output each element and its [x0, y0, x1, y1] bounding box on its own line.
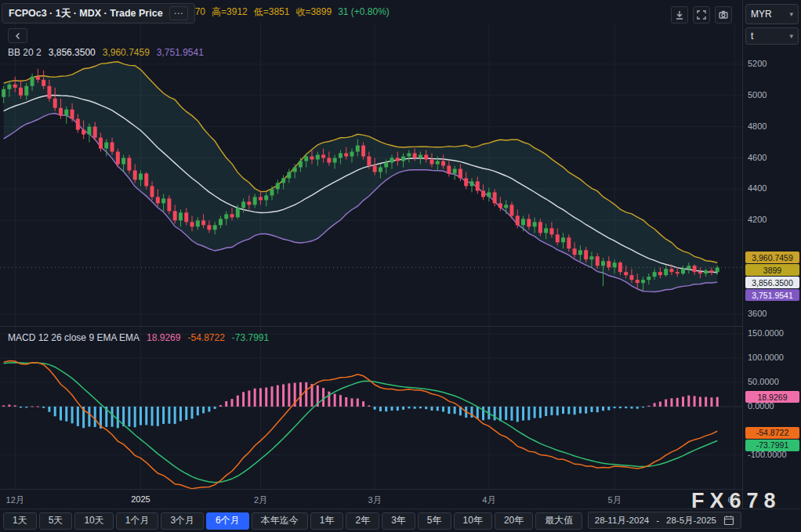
fullscreen-icon[interactable] [693, 6, 710, 24]
bb-upper-value: 3,960.7459 [103, 47, 150, 58]
calendar-icon[interactable] [723, 515, 734, 526]
range-button-8[interactable]: 2年 [346, 512, 379, 530]
price-axis-column[interactable]: MYR ▾ t ▾ 520050004800460044004200360015… [742, 0, 801, 508]
range-button-5[interactable]: 6个月 [206, 512, 249, 530]
symbol-title: FCPOc3 · 1天 · MDX · Trade Price [9, 7, 163, 20]
chevron-down-icon: ▾ [789, 10, 793, 18]
time-axis-label: 6月 [728, 494, 741, 506]
macd-hist-value: 18.9269 [147, 332, 180, 343]
camera-icon[interactable] [715, 6, 732, 24]
high-value: 高=3912 [212, 5, 248, 19]
range-button-13[interactable]: 最大值 [535, 512, 582, 530]
date-range-picker[interactable]: 28-11月-2024 - 28-5月-2025 [588, 512, 741, 529]
date-from: 28-11月-2024 [595, 515, 649, 527]
bb-basis-value: 3,856.3500 [49, 47, 96, 58]
macd-signal-badge: -73.7991 [745, 440, 799, 451]
download-icon[interactable] [671, 6, 688, 24]
range-button-4[interactable]: 3个月 [161, 512, 204, 530]
range-button-3[interactable]: 1个月 [116, 512, 159, 530]
price-tick: 5000 [748, 90, 767, 100]
bb-legend-title: BB 20 2 [8, 47, 42, 58]
macd-hist-badge: 18.9269 [745, 391, 799, 403]
time-axis-label: 2025 [131, 494, 150, 504]
bb-indicator-legend[interactable]: BB 20 2 3,856.3500 3,960.7459 3,751.9541 [8, 47, 204, 58]
close-value: 收=3899 [295, 5, 332, 19]
date-separator: - [656, 516, 659, 525]
time-axis-label: 5月 [608, 494, 622, 506]
unit-label: t [751, 31, 753, 42]
bb-lower-badge: 3,751.9541 [745, 289, 799, 301]
range-button-7[interactable]: 1年 [310, 512, 344, 530]
macd-line-badge: -54.8722 [745, 427, 799, 439]
range-button-0[interactable]: 1天 [3, 512, 37, 530]
time-axis-label: 4月 [482, 494, 495, 506]
range-button-10[interactable]: 5年 [418, 512, 451, 530]
macd-legend-title: MACD 12 26 close 9 EMA EMA [8, 332, 140, 343]
time-axis-label: 12月 [6, 494, 24, 506]
macd-tick: 100.0000 [748, 353, 784, 362]
macd-signal-value: -73.7991 [232, 332, 269, 343]
ellipsis-icon[interactable]: ⋯ [169, 6, 188, 20]
time-axis-label: 2月 [254, 494, 267, 506]
price-tick: 3600 [748, 309, 767, 318]
bb-basis-badge: 3,856.3500 [745, 277, 799, 288]
price-tick: 5200 [748, 59, 767, 68]
range-button-6[interactable]: 本年迄今 [252, 512, 308, 530]
macd-indicator-legend[interactable]: MACD 12 26 close 9 EMA EMA 18.9269 -54.8… [8, 332, 269, 343]
chart-header: FCPOc3 · 1天 · MDX · Trade Price ⋯ 870 高=… [0, 0, 742, 24]
currency-dropdown[interactable]: MYR ▾ [745, 4, 799, 24]
last-price-badge: 3899 [745, 264, 799, 276]
macd-line-value: -54.8722 [187, 332, 224, 343]
price-tick: 4400 [748, 183, 767, 193]
unit-dropdown[interactable]: t ▾ [745, 27, 799, 45]
range-button-9[interactable]: 3年 [382, 512, 415, 530]
range-button-11[interactable]: 10年 [454, 512, 492, 530]
range-button-1[interactable]: 5天 [39, 512, 73, 530]
time-axis-label: 3月 [368, 494, 382, 506]
chart-canvas[interactable] [0, 0, 742, 508]
price-tick: 4200 [748, 215, 767, 224]
header-icon-group [671, 6, 732, 24]
range-button-group: 1天5天10天1个月3个月6个月本年迄今1年2年3年5年10年20年最大值 [3, 512, 582, 530]
date-to: 28-5月-2025 [666, 515, 716, 527]
macd-tick: 150.0000 [748, 328, 784, 338]
price-tick: 4600 [748, 153, 767, 162]
bb-lower-value: 3,751.9541 [157, 47, 204, 58]
bb-upper-badge: 3,960.7459 [745, 252, 799, 263]
ohlc-summary: 870 高=3912 低=3851 收=3899 31 (+0.80%) [190, 0, 390, 24]
chevron-down-icon: ▾ [789, 32, 793, 40]
price-tick: 4800 [748, 121, 767, 131]
low-value: 低=3851 [254, 5, 290, 19]
range-button-12[interactable]: 20年 [495, 512, 533, 530]
range-button-2[interactable]: 10天 [74, 512, 113, 530]
symbol-pill[interactable]: FCPOc3 · 1天 · MDX · Trade Price ⋯ [2, 3, 195, 24]
time-axis[interactable]: 12月20252月3月4月5月6月 [0, 489, 742, 508]
trading-chart-app: FCPOc3 · 1天 · MDX · Trade Price ⋯ 870 高=… [0, 0, 801, 532]
change-value: 31 (+0.80%) [338, 6, 390, 17]
macd-tick: 50.0000 [748, 377, 779, 386]
chevron-left-icon[interactable] [8, 28, 27, 43]
currency-label: MYR [751, 9, 772, 20]
